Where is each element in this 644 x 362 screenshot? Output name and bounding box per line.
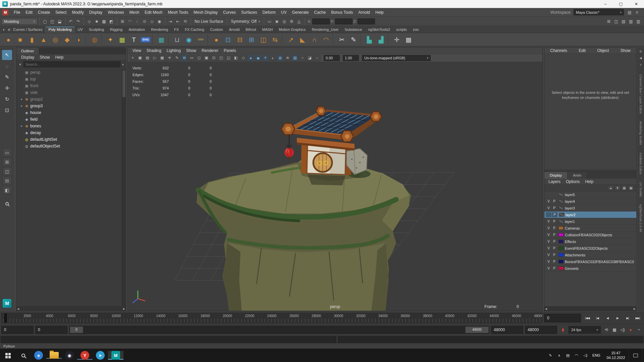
select-tool[interactable]: ↖ (2, 50, 12, 60)
quad-draw-tool[interactable]: ✎ (348, 34, 359, 45)
range-end-handle[interactable]: 48000 (465, 326, 489, 333)
statusline-separator[interactable] (164, 18, 166, 25)
menu-item[interactable]: Cache (311, 8, 328, 16)
shelf-tab[interactable]: scripts (393, 26, 410, 33)
snap-to-point-icon[interactable]: ∴ (133, 18, 141, 25)
open-scene-icon[interactable]: ◰ (49, 18, 56, 25)
motion-blur-icon[interactable]: ≋ (284, 55, 291, 61)
lock-camera-icon[interactable]: ▣ (137, 55, 144, 61)
viewport-scene[interactable]: Verts: 632 0 0 Edges: 1160 0 0 Faces: 55… (128, 62, 542, 311)
step-back-frame-button[interactable]: |◀ (592, 313, 602, 323)
layer-row[interactable]: V P Geosets (544, 265, 636, 272)
zoom-tool[interactable] (2, 199, 12, 209)
layer-visibility-toggle[interactable]: V (546, 205, 551, 210)
layer-color-swatch[interactable] (558, 233, 564, 237)
shelf-tab[interactable]: Animation (125, 26, 148, 33)
outliner-item[interactable]: + ⊕ bones (16, 123, 122, 129)
lasso-select-tool[interactable]: ◌ (2, 61, 12, 71)
shelf-tab[interactable]: Poly Modeling (45, 26, 74, 33)
construction-plane-tool[interactable]: ⊔ (171, 34, 183, 45)
channel-box-menu-item[interactable]: Edit (576, 48, 588, 53)
viewport-menu-item[interactable]: Shading (144, 48, 164, 53)
expand-toggle-icon[interactable]: + (19, 104, 24, 108)
current-time-indicator[interactable] (4, 314, 7, 322)
playback-end-field[interactable]: 48000 (491, 326, 523, 334)
safe-title-icon[interactable]: ◱ (225, 55, 232, 61)
expand-toggle-icon[interactable]: + (19, 124, 24, 128)
image-plane-icon[interactable]: ▦ (159, 55, 166, 61)
boolean-union-tool[interactable]: ⊡ (222, 34, 234, 45)
bookmark-view-icon[interactable]: ▷ (151, 55, 158, 61)
poly-plane-tool[interactable]: ◆ (61, 34, 73, 45)
layer-row[interactable]: V P layer3 (544, 205, 636, 212)
shelf-tab[interactable]: FX Caching (182, 26, 207, 33)
layer-color-swatch[interactable] (558, 253, 564, 257)
layer-visibility-toggle[interactable]: V (546, 266, 551, 271)
outliner-item[interactable]: ◆ field (16, 116, 122, 123)
2d-pan-zoom-icon[interactable]: ✛ (166, 55, 173, 61)
menu-item[interactable]: Mesh Display (191, 8, 220, 16)
menu-item[interactable]: Create (35, 8, 53, 16)
language-indicator[interactable]: ENG (590, 349, 603, 362)
menu-item[interactable]: Generate (289, 8, 311, 16)
menu-item[interactable]: Arnold (356, 8, 373, 16)
layer-visibility-toggle[interactable]: V (546, 246, 551, 251)
expand-toggle-icon[interactable]: + (19, 98, 24, 101)
curve-star-tool[interactable]: ✦ (105, 34, 116, 45)
channel-box-menu-item[interactable]: Object (595, 48, 612, 53)
platonic-solid-tool[interactable]: ◍ (89, 34, 100, 45)
shelf-tab[interactable]: Sculpting (86, 26, 107, 33)
menu-item[interactable]: Edit (23, 8, 35, 16)
outliner-horizontal-scrollbar[interactable]: ◀▶ (16, 306, 126, 311)
shelf-menu-icon[interactable]: ▾ (1, 27, 6, 32)
outliner-search-input[interactable] (23, 61, 120, 67)
sphere-project-tool[interactable]: ● (211, 34, 222, 45)
statusline-separator[interactable] (64, 18, 66, 25)
select-hierarchy-icon[interactable]: ◇ (86, 18, 93, 25)
undo-icon[interactable]: ↶ (67, 18, 74, 25)
layer-editor-menu-item[interactable]: Options (563, 179, 582, 184)
launch-arnold-render-icon[interactable]: ◬ (295, 18, 303, 25)
statusline-separator[interactable] (303, 18, 306, 25)
layer-playback-toggle[interactable]: P (551, 266, 557, 271)
highlight-selection-icon[interactable]: ◩ (108, 18, 115, 25)
channel-box-menu-item[interactable]: Show (618, 48, 633, 53)
layer-row[interactable]: V P Cameras (544, 225, 636, 232)
select-camera-icon[interactable]: ⌖ (129, 55, 136, 61)
sidebar-vertical-tab[interactable]: UV Toolkit (639, 182, 642, 197)
show-tool-settings-icon[interactable]: ▧ (627, 18, 635, 25)
shelf-tab[interactable]: zoo (410, 26, 422, 33)
add-time-bookmark-button[interactable]: ▮ (559, 326, 567, 334)
gate-mask-icon[interactable]: ▣ (203, 55, 210, 61)
outliner-item[interactable]: ▣ persp (16, 69, 122, 76)
bridge-tool[interactable]: ∩ (309, 34, 320, 45)
multisample-aa-icon[interactable]: ▨ (291, 55, 299, 61)
menu-item[interactable]: Bonus Tools (328, 8, 356, 16)
layer-playback-toggle[interactable]: P (551, 219, 557, 224)
menu-set-selector[interactable]: Modeling (1, 18, 38, 25)
symmetry-selector[interactable]: Symmetry: Off (229, 19, 262, 24)
input-connections-icon[interactable]: ⇥ (167, 18, 174, 25)
live-surface-indicator[interactable]: No Live Surface (193, 19, 225, 24)
play-backward-button[interactable]: ◀ (602, 313, 612, 323)
layer-visibility-toggle[interactable]: V (546, 219, 551, 224)
isolate-select-icon[interactable]: ◪ (306, 55, 313, 61)
show-hypershade-icon[interactable]: ◫ (612, 18, 620, 25)
shelf-tab[interactable]: Rendering (148, 26, 171, 33)
poly-torus-tool[interactable]: ◎ (50, 34, 61, 45)
shelf-tab[interactable]: Bifrost (243, 26, 259, 33)
outliner-item[interactable]: ▣ top (16, 76, 122, 82)
layer-visibility-toggle[interactable] (546, 212, 551, 217)
menu-item[interactable]: Modify (69, 8, 86, 16)
view-transform-selector[interactable]: Un-tone-mapped (sRGB) (362, 55, 431, 61)
layer-move-up-icon[interactable]: ▲ (608, 185, 613, 190)
redo-icon[interactable]: ↷ (74, 18, 82, 25)
svg-tool[interactable]: SVG (140, 34, 151, 45)
menu-item[interactable]: File (11, 8, 23, 16)
layout-four-pane[interactable]: ⊞ (3, 158, 11, 166)
shelf-tab[interactable]: UV (75, 26, 86, 33)
statusline-separator[interactable] (226, 18, 228, 25)
shelf-tab[interactable]: Custom (207, 26, 226, 33)
animation-start-field[interactable]: 0 (1, 326, 34, 334)
grid-toggle-icon[interactable]: ⊞ (181, 55, 188, 61)
